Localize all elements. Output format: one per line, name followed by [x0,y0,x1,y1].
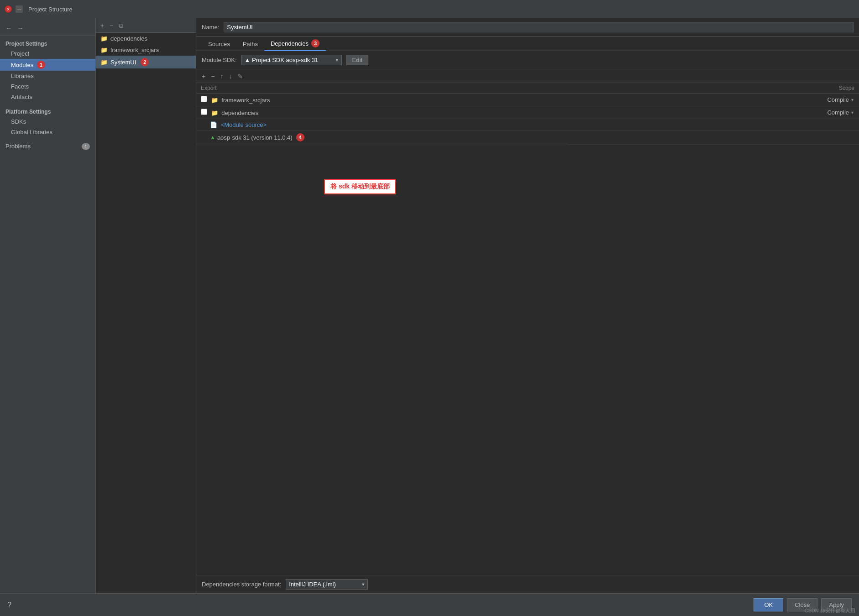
dep-module-source-link[interactable]: <Module source> [221,121,267,128]
dep-source-icon: 📄 [210,121,217,128]
scope-arrow-icon: ▼ [850,110,854,115]
dep-export-cell: ▲ aosp-sdk 31 (version 11.0.4) 4 [196,131,569,144]
move-down-dep-button[interactable]: ↓ [227,72,234,80]
module-name: SystemUI [110,59,136,66]
dep-toolbar: + − ↑ ↓ ✎ [196,69,859,83]
storage-select[interactable]: IntelliJ IDEA (.iml)Gradle (Groovy)Gradl… [286,579,368,590]
export-checkbox-deps[interactable] [201,109,207,115]
folder-icon: 📁 [100,47,108,53]
dep-export-cell: 📁 framework_srcjars [196,94,569,106]
module-list: 📁 dependencies 📁 framework_srcjars 📁 Sys… [96,33,196,593]
sidebar-item-project[interactable]: Project [0,48,95,59]
storage-select-wrapper: IntelliJ IDEA (.iml)Gradle (Groovy)Gradl… [286,579,368,590]
scope-value: Compile [827,109,849,116]
ok-button[interactable]: OK [754,598,783,611]
tab-sources[interactable]: Sources [202,38,236,51]
dep-table: Export Scope 📁 framework_srcjars [196,83,859,145]
step2-badge: 2 [141,58,149,66]
dep-scope-cell [569,119,859,131]
tab-paths[interactable]: Paths [236,38,264,51]
dialog-title: Project Structure [28,6,73,13]
add-dep-button[interactable]: + [200,72,207,80]
move-up-dep-button[interactable]: ↑ [218,72,225,80]
add-module-button[interactable]: + [99,21,106,30]
copy-module-button[interactable]: ⧉ [117,21,125,30]
dep-table-container: Export Scope 📁 framework_srcjars [196,83,859,575]
platform-settings-header: Platform Settings [0,106,95,116]
sidebar-item-libraries[interactable]: Libraries [0,71,95,81]
scope-value: Compile [827,96,849,103]
dep-row: 📁 dependencies Compile ▼ [196,106,859,119]
storage-row: Dependencies storage format: IntelliJ ID… [196,575,859,593]
module-panel: + − ⧉ 📁 dependencies 📁 framework_srcjars… [96,18,196,593]
project-structure-dialog: ← → Project Settings Project Modules 1 L… [0,18,859,616]
export-checkbox-framework[interactable] [201,96,207,102]
annotation-tooltip: 将 sdk 移动到最底部 [324,179,396,194]
dep-scope-cell: Compile ▼ [569,106,859,119]
dep-scope-cell [569,131,859,145]
watermark: CSDN @安仔都有人用 [805,607,855,614]
sdk-select[interactable]: ▲ Project SDK aosp-sdk 31 [241,55,342,65]
dep-name: dependencies [221,110,258,116]
scope-dropdown-framework[interactable]: Compile ▼ [573,96,854,103]
dep-name: aosp-sdk 31 (version 11.0.4) [217,134,293,141]
tab-dependencies-label: Dependencies [271,40,309,47]
module-item-systemui[interactable]: 📁 SystemUI 2 [96,56,196,68]
folder-icon: 📁 [100,35,108,42]
forward-button[interactable]: → [16,24,26,33]
problems-label: Problems [5,143,31,150]
storage-label: Dependencies storage format: [202,581,281,588]
sdk-label: Module SDK: [202,57,237,63]
modules-label: Modules [11,62,33,68]
sdk-row: Module SDK: ▲ Project SDK aosp-sdk 31 Ed… [196,51,859,69]
module-item-framework[interactable]: 📁 framework_srcjars [96,44,196,56]
main-content: ← → Project Settings Project Modules 1 L… [0,18,859,593]
sidebar: ← → Project Settings Project Modules 1 L… [0,18,96,593]
edit-sdk-button[interactable]: Edit [346,55,368,65]
scope-dropdown-deps[interactable]: Compile ▼ [573,109,854,116]
module-toolbar: + − ⧉ [96,18,196,33]
sidebar-item-global-libraries[interactable]: Global Libraries [0,127,95,137]
module-name: framework_srcjars [110,47,159,53]
right-panel: Name: Sources Paths Dependencies 3 Modul… [196,18,859,593]
scope-header: Scope [569,83,859,94]
help-button[interactable]: ? [7,601,11,609]
sidebar-item-artifacts[interactable]: Artifacts [0,92,95,102]
name-input[interactable] [224,22,854,32]
sidebar-item-facets[interactable]: Facets [0,81,95,92]
tab-dependencies[interactable]: Dependencies 3 [264,37,326,51]
back-button[interactable]: ← [4,24,14,33]
sidebar-item-modules[interactable]: Modules 1 [0,59,95,71]
sdk-select-wrapper: ▲ Project SDK aosp-sdk 31 [241,55,342,65]
name-row: Name: [196,18,859,37]
dep-row: ▲ aosp-sdk 31 (version 11.0.4) 4 [196,131,859,145]
step3-badge: 3 [311,39,320,47]
project-settings-header: Project Settings [0,38,95,48]
dep-folder-icon: 📁 [211,110,218,116]
minimize-button[interactable]: — [16,5,23,13]
edit-dep-button[interactable]: ✎ [236,72,245,80]
dep-export-cell: 📄 <Module source> [196,119,569,131]
sidebar-item-problems[interactable]: Problems 1 [0,141,95,151]
dep-scope-cell: Compile ▼ [569,94,859,106]
sidebar-item-sdks[interactable]: SDKs [0,116,95,127]
dep-row: 📁 framework_srcjars Compile ▼ [196,94,859,106]
minimize-icon: — [17,7,21,12]
module-item-dependencies[interactable]: 📁 dependencies [96,33,196,44]
module-name: dependencies [110,35,147,42]
scope-arrow-icon: ▼ [850,98,854,102]
dep-name: framework_srcjars [221,97,270,104]
name-label: Name: [202,24,219,31]
bottom-bar: ? OK Close Apply [0,593,859,616]
close-button[interactable]: × [5,5,12,13]
dep-folder-icon: 📁 [211,97,218,104]
dep-sdk-icon: ▲ [210,134,215,141]
dep-row: 📄 <Module source> [196,119,859,131]
remove-dep-button[interactable]: − [209,72,216,80]
tabs-row: Sources Paths Dependencies 3 [196,37,859,51]
folder-icon: 📁 [100,59,108,66]
dep-export-cell: 📁 dependencies [196,106,569,119]
problems-badge: 1 [82,143,90,150]
title-bar: × — Project Structure [0,0,859,18]
remove-module-button[interactable]: − [108,21,115,30]
